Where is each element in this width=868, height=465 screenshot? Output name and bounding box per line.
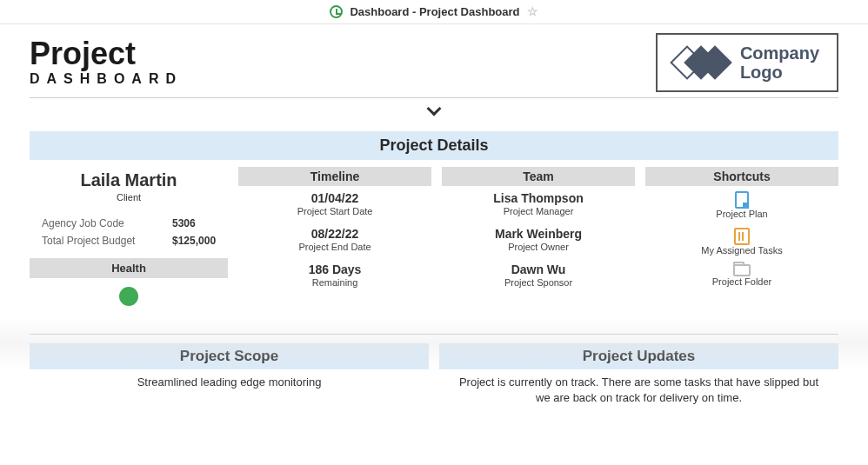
start-date-value: 01/04/22 (238, 191, 431, 205)
team-member-role: Project Manager (442, 206, 635, 216)
page-title-block: Project DASHBOARD (30, 33, 183, 87)
end-date-label: Project End Date (238, 242, 431, 252)
divider (30, 334, 838, 335)
project-updates-section: Project Updates Project is currently on … (439, 343, 838, 406)
chevron-down-icon[interactable] (427, 102, 442, 116)
page-title: Project (30, 38, 183, 70)
agency-job-code-label: Agency Job Code (42, 217, 155, 229)
company-logo: Company Logo (656, 33, 838, 92)
team-column: Team Lisa Thompson Project Manager Mark … (442, 167, 635, 306)
client-name: Laila Martin (30, 170, 228, 190)
team-member-role: Project Owner (442, 242, 635, 252)
folder-icon (733, 264, 751, 276)
page-subtitle: DASHBOARD (30, 71, 183, 87)
team-member-name: Lisa Thompson (442, 191, 635, 205)
days-remaining-label: Remaining (238, 277, 431, 288)
start-date-label: Project Start Date (238, 206, 431, 216)
clock-icon (330, 5, 343, 18)
shortcut-assigned-tasks[interactable]: My Assigned Tasks (645, 228, 838, 256)
project-details-header: Project Details (30, 131, 838, 160)
health-indicator-icon (119, 287, 138, 306)
shortcuts-column: Shortcuts Project Plan My Assigned Tasks… (645, 167, 838, 306)
logo-text: Company Logo (740, 43, 819, 82)
timeline-header: Timeline (238, 167, 431, 186)
client-role: Client (30, 192, 228, 203)
project-scope-header: Project Scope (30, 343, 429, 369)
budget-value: $125,000 (172, 235, 216, 247)
project-scope-section: Project Scope Streamlined leading edge m… (30, 343, 429, 406)
days-remaining-value: 186 Days (238, 262, 431, 276)
shortcuts-header: Shortcuts (645, 167, 838, 186)
team-member-role: Project Sponsor (442, 277, 635, 288)
project-updates-header: Project Updates (439, 343, 838, 369)
page-icon (735, 191, 749, 209)
budget-label: Total Project Budget (42, 235, 155, 247)
tasks-icon (734, 228, 750, 245)
health-header: Health (30, 258, 228, 278)
project-updates-text: Project is currently on track. There are… (439, 369, 838, 406)
top-bar: Dashboard - Project Dashboard ☆ (0, 0, 868, 24)
agency-job-code-value: 5306 (172, 217, 196, 229)
team-member-name: Dawn Wu (442, 262, 635, 276)
end-date-value: 08/22/22 (238, 227, 431, 241)
shortcut-project-plan[interactable]: Project Plan (645, 191, 838, 219)
team-member-name: Mark Weinberg (442, 227, 635, 241)
team-header: Team (442, 167, 635, 186)
page-breadcrumb: Dashboard - Project Dashboard (350, 5, 519, 18)
logo-icon (675, 50, 727, 75)
star-icon[interactable]: ☆ (527, 4, 538, 18)
client-column: Laila Martin Client Agency Job Code 5306… (30, 167, 228, 306)
project-scope-text: Streamlined leading edge monitoring (30, 369, 429, 390)
shortcut-project-folder[interactable]: Project Folder (645, 264, 838, 287)
timeline-column: Timeline 01/04/22 Project Start Date 08/… (238, 167, 431, 306)
